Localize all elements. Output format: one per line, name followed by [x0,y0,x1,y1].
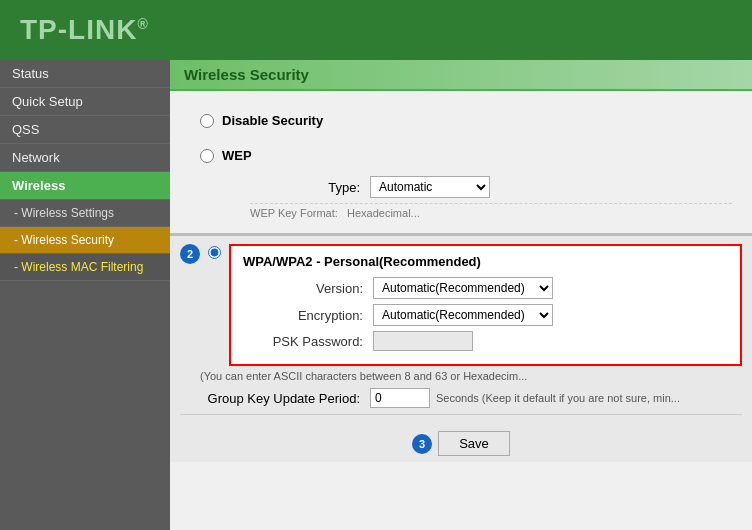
psk-hint: (You can enter ASCII characters between … [200,370,752,382]
sidebar-item-status[interactable]: Status [0,60,170,88]
version-row: Version: Automatic(Recommended) WPA WPA2 [243,277,728,299]
annotation-badge-3: 3 [412,434,432,454]
encryption-select[interactable]: Automatic(Recommended) TKIP AES [373,304,553,326]
security-options-section: Disable Security WEP Type: Automatic Ope… [170,91,752,233]
sidebar-item-wireless-settings[interactable]: - Wireless Settings [0,200,170,227]
group-key-label: Group Key Update Period: [190,391,370,406]
header: TP-LINK® [0,0,752,60]
wpa-title: WPA/WPA2 - Personal(Recommended) [243,254,728,269]
content-bottom: 1 2 WPA/WPA2 - Personal(Recommended) Ver… [170,233,752,462]
sidebar-item-quicksetup[interactable]: Quick Setup [0,88,170,116]
version-select[interactable]: Automatic(Recommended) WPA WPA2 [373,277,553,299]
wpa-section-area: 1 2 WPA/WPA2 - Personal(Recommended) Ver… [170,236,752,462]
logo-registered: ® [137,16,148,32]
wep-format-hint: WEP Key Format: Hexadecimal... [250,203,732,219]
sidebar-item-network[interactable]: Network [0,144,170,172]
sidebar: Status Quick Setup QSS Network Wireless … [0,60,170,530]
main-layout: Status Quick Setup QSS Network Wireless … [0,60,752,530]
psk-input[interactable] [373,331,473,351]
wep-label: WEP [222,148,252,163]
sidebar-item-qss[interactable]: QSS [0,116,170,144]
wep-type-row: Type: Automatic Open System Shared Key [250,176,712,198]
save-row: 3 Save [170,421,752,462]
encryption-label: Encryption: [243,308,373,323]
sidebar-item-wireless-security[interactable]: - Wireless Security [0,227,170,254]
divider [180,414,742,415]
logo-text: TP-LINK [20,14,137,45]
content-top: Wireless Security Disable Security WEP T… [170,60,752,233]
encryption-row: Encryption: Automatic(Recommended) TKIP … [243,304,728,326]
wep-radio[interactable] [200,149,214,163]
wpa-radio[interactable] [208,246,221,259]
wpa-option-row: 2 WPA/WPA2 - Personal(Recommended) Versi… [170,236,752,370]
wpa-details-box: WPA/WPA2 - Personal(Recommended) Version… [229,244,742,366]
save-button[interactable]: Save [438,431,510,456]
group-key-row: Group Key Update Period: Seconds (Keep i… [190,388,752,408]
sidebar-item-wireless-mac-filtering[interactable]: - Wireless MAC Filtering [0,254,170,281]
logo: TP-LINK® [20,14,149,46]
wep-type-select[interactable]: Automatic Open System Shared Key [370,176,490,198]
annotation-badge-2: 2 [180,244,200,264]
sidebar-item-wireless[interactable]: Wireless [0,172,170,200]
page-title: Wireless Security [170,60,752,91]
version-label: Version: [243,281,373,296]
content-area: Wireless Security Disable Security WEP T… [170,60,752,530]
psk-label: PSK Password: [243,334,373,349]
wep-type-label: Type: [250,180,370,195]
disable-security-label: Disable Security [222,113,323,128]
disable-security-option: Disable Security [190,105,732,136]
disable-security-radio[interactable] [200,114,214,128]
wep-option: WEP [190,140,732,171]
group-key-hint: Seconds (Keep it default if you are not … [436,392,680,404]
group-key-input[interactable] [370,388,430,408]
psk-row: PSK Password: [243,331,728,351]
